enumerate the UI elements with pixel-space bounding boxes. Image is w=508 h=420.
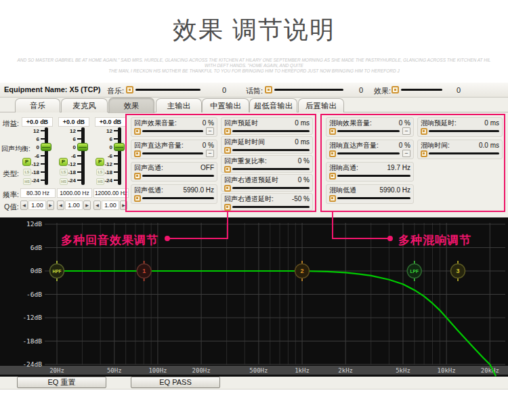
control-slider[interactable]	[421, 127, 499, 135]
control-slider[interactable]	[224, 184, 310, 192]
slider-handle[interactable]	[391, 86, 399, 93]
channel-eq-slider-handle[interactable]	[41, 143, 51, 151]
eq-scale-label: 12	[100, 128, 112, 134]
filter-type-peak-button[interactable]: P	[59, 158, 68, 166]
control-slider[interactable]	[224, 165, 310, 173]
tab-效果[interactable]: 效果	[108, 98, 154, 113]
q-spin-down-button[interactable]: ◀	[57, 201, 64, 210]
fine-print: AND SO MASTER GABRIEL BE AT HOME AGAIN."…	[0, 58, 508, 74]
channel-eq-slider-track[interactable]	[81, 127, 85, 185]
y-tick-label: 6dB	[30, 244, 42, 251]
control-slider[interactable]	[329, 172, 410, 180]
filter-type-lowshelf-button[interactable]: LS	[96, 169, 104, 175]
control-header: 混响预延时:0 ms	[421, 119, 499, 127]
control-slider[interactable]	[329, 194, 410, 202]
filter-type-peak-button[interactable]: P	[22, 158, 31, 166]
slider-handle[interactable]	[265, 86, 272, 93]
filter-type-peak-button[interactable]: P	[96, 158, 104, 166]
tab-麦克风[interactable]: 麦克风	[61, 98, 108, 112]
tab-主输出[interactable]: 主输出	[156, 98, 202, 112]
slider-handle[interactable]	[421, 150, 427, 157]
slider-handle[interactable]	[224, 128, 231, 135]
slider-track	[142, 197, 214, 199]
x-tick-label: 50Hz	[107, 367, 122, 374]
tab-中置输出[interactable]: 中置输出	[202, 98, 249, 112]
q-spin-down-button[interactable]: ◀	[93, 201, 101, 210]
effect-level-slider[interactable]	[391, 86, 442, 95]
channel-eq-slider-track[interactable]	[45, 127, 48, 185]
echo-callout-vline	[227, 212, 228, 239]
slider-track	[142, 175, 214, 177]
q-spin-down-button[interactable]: ◀	[20, 201, 28, 210]
slider-handle[interactable]	[126, 86, 133, 93]
control-value: 5990.0 Hz	[379, 186, 410, 194]
filter-type-highshelf-button[interactable]: HS	[96, 178, 104, 185]
eq-scale-tick	[41, 163, 45, 165]
eq-pass-button[interactable]: EQ PASS	[131, 377, 220, 388]
filter-type-highshelf-button[interactable]: HS	[60, 178, 68, 185]
slider-handle[interactable]	[329, 128, 336, 135]
slider-handle[interactable]	[224, 185, 231, 192]
control-slider[interactable]: −	[329, 150, 410, 157]
slider-handle[interactable]	[134, 128, 141, 135]
reverb-column: 混响效果音量:0 %−混响直达声音量:0 %−混响高通:19.7 Hz混响低通5…	[326, 117, 414, 204]
y-tick-label: -24dB	[22, 360, 42, 368]
equipment-name-label: Equipment Name: X5 (TCP)	[4, 85, 100, 93]
slider-handle[interactable]	[134, 195, 141, 202]
eq-reset-button[interactable]: EQ 重置	[17, 377, 106, 388]
channel-eq-slider-handle[interactable]	[114, 143, 125, 151]
slider-handle[interactable]	[224, 166, 231, 173]
slider-handle[interactable]	[224, 147, 231, 154]
control-slider[interactable]: −	[134, 127, 214, 135]
reverb-control: 混响预延时:0 ms	[417, 117, 503, 137]
control-slider[interactable]	[224, 146, 310, 154]
mic-level-label: 话筒:	[246, 86, 263, 96]
channel-gain-display: +0.0 dB	[22, 117, 53, 127]
music-level-slider[interactable]	[126, 86, 200, 95]
slider-handle[interactable]	[134, 150, 141, 157]
mute-button[interactable]: −	[206, 150, 214, 157]
slider-handle[interactable]	[329, 150, 336, 157]
control-slider[interactable]	[224, 127, 310, 135]
slider-track	[401, 89, 442, 91]
slider-handle[interactable]	[421, 128, 427, 135]
eq-scale-tick	[77, 130, 81, 131]
channel-eq-slider-handle[interactable]	[77, 143, 88, 151]
filter-type-lowshelf-button[interactable]: LS	[60, 169, 68, 175]
channel-eq-slider-track[interactable]	[118, 127, 121, 185]
mute-button[interactable]: −	[402, 150, 410, 157]
q-spin-up-button[interactable]: ▶	[83, 201, 91, 210]
control-label: 混响低通	[329, 186, 356, 194]
freq-row-label: 频率:	[3, 190, 19, 200]
slider-handle[interactable]	[224, 204, 231, 211]
control-slider[interactable]	[421, 150, 499, 157]
filter-type-lowshelf-button[interactable]: LS	[23, 169, 31, 175]
reverb-control: 混响高通:19.7 Hz	[326, 162, 414, 182]
mic-level-slider[interactable]	[265, 86, 343, 95]
eq-scale-label: 12	[64, 128, 76, 134]
control-slider[interactable]	[224, 203, 310, 211]
slider-track	[142, 152, 203, 154]
control-slider[interactable]	[134, 172, 214, 180]
tab-音乐[interactable]: 音乐	[15, 98, 60, 112]
control-label: 回声重复比率:	[224, 156, 267, 165]
slider-handle[interactable]	[134, 173, 141, 180]
tab-超低音输出[interactable]: 超低音输出	[249, 98, 297, 112]
eq-scale-tick	[77, 163, 81, 165]
toolbar: Equipment Name: X5 (TCP) 音乐:0话筒:0效果:0	[0, 83, 508, 98]
control-slider[interactable]	[134, 194, 214, 202]
eq-scale-tick	[114, 163, 118, 165]
mute-button[interactable]: −	[206, 127, 214, 135]
mute-button[interactable]: −	[402, 127, 410, 135]
control-slider[interactable]: −	[134, 150, 214, 157]
slider-handle[interactable]	[329, 195, 336, 202]
control-slider[interactable]: −	[329, 127, 410, 135]
filter-type-highshelf-button[interactable]: HS	[23, 178, 31, 185]
control-value: -50 %	[292, 194, 310, 203]
slider-handle[interactable]	[329, 173, 336, 180]
control-header: 回声延时时间0 ms	[224, 138, 310, 146]
slider-track	[232, 168, 310, 170]
q-spin-up-button[interactable]: ▶	[47, 201, 54, 210]
channel-frequency-display: 12000.00 Hz	[93, 188, 129, 198]
tab-后置输出[interactable]: 后置输出	[298, 98, 344, 112]
